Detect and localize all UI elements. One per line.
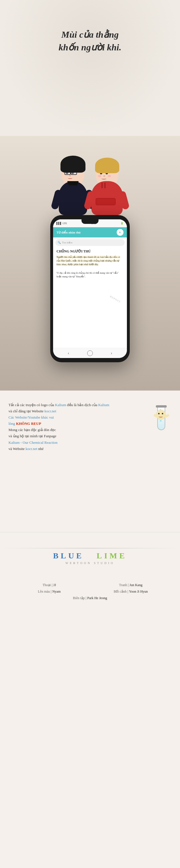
nav-forward-arrow[interactable]: › bbox=[111, 351, 112, 356]
top-section: Mùi của thằng khốn người khi. bbox=[0, 0, 180, 136]
fanpage-link: Kalium - Our Chemical Reaction bbox=[8, 440, 58, 444]
credit-bien-tap: Biên tập | Park He Jeong bbox=[11, 596, 169, 600]
mascot-area: KALIUM bbox=[149, 402, 172, 524]
illustration-section: ▌▌▌ LTE 2:13 🔋 Từ điển nhân thú K 🔍 Tìm … bbox=[0, 136, 180, 391]
info-text-block: Tất cả các truyện có logo của Kalium đều… bbox=[8, 402, 143, 524]
no-reup-text: lòng KHÔNG REUP bbox=[8, 422, 41, 426]
signal-text: ▌▌▌ LTE bbox=[56, 222, 67, 225]
info-section: Tất cả các truyện có logo của Kalium đều… bbox=[0, 391, 180, 532]
phone-paragraph1: Người thú chủ yếu được tạo thành từ các … bbox=[56, 255, 124, 266]
char-left-hair bbox=[60, 156, 85, 173]
mascot-left-eye bbox=[158, 413, 159, 414]
phone-base: ▌▌▌ LTE 2:13 🔋 Từ điển nhân thú K 🔍 Tìm … bbox=[50, 215, 130, 362]
nav-home-circle[interactable] bbox=[87, 350, 93, 356]
nav-back-arrow[interactable]: ‹ bbox=[68, 351, 69, 356]
mascot: KALIUM bbox=[150, 405, 170, 433]
credit-tranh: Tranh | Jun Kang bbox=[93, 583, 169, 587]
phone-bottom-nav: ‹ › bbox=[53, 348, 127, 358]
char-right-body bbox=[92, 181, 123, 215]
kalium-link-2: Kalium bbox=[98, 403, 109, 407]
mascot-mouth bbox=[159, 415, 163, 417]
char-right-hair bbox=[95, 158, 119, 173]
websites-text: Các Website/Youtube khác vui bbox=[8, 415, 54, 420]
phone-app-icon: K bbox=[117, 229, 124, 236]
watermark: REPOST bbox=[109, 295, 121, 303]
character-right bbox=[84, 158, 130, 215]
char-left-body bbox=[59, 181, 87, 215]
phone-paragraph2: Ví dụ, cả khi cùng là chủng chó thì có t… bbox=[56, 271, 124, 278]
characters-container bbox=[0, 142, 180, 215]
credit-thoai: Thoại | JJ bbox=[11, 583, 87, 587]
studio-logo: BLUE LIME bbox=[53, 551, 127, 560]
phone-content-heading: CHỦNG NGƯỜI THÚ bbox=[56, 249, 124, 254]
phone-search-bar[interactable]: 🔍 Tìm kiếm bbox=[55, 239, 125, 246]
phone-screen: ▌▌▌ LTE 2:13 🔋 Từ điển nhân thú K 🔍 Tìm … bbox=[53, 219, 127, 358]
phone-app-title: Từ điển nhân thú bbox=[56, 231, 81, 234]
phone-content: CHỦNG NGƯỜI THÚ Người thú chủ yếu được t… bbox=[53, 248, 127, 348]
mascot-right-eye bbox=[162, 413, 163, 414]
top-divider bbox=[0, 548, 180, 549]
search-icon: 🔍 bbox=[58, 241, 61, 244]
kocr-link-2: kocr.net bbox=[26, 446, 37, 451]
credit-boi-canh: Bối cảnh | Yoon Ji Hyun bbox=[93, 590, 169, 594]
search-placeholder: Tìm kiếm bbox=[62, 241, 72, 244]
studio-section: BLUE LIME WEBTOON STUDIO bbox=[0, 532, 180, 577]
phone-app-header: Từ điển nhân thú K bbox=[53, 227, 127, 238]
kocr-link-1: kocr.net bbox=[45, 409, 56, 413]
mascot-face bbox=[156, 410, 166, 420]
credits-section: Thoại | JJ Tranh | Jun Kang Lên màu | Ny… bbox=[0, 577, 180, 612]
credit-len-mau: Lên màu | Nyam bbox=[11, 590, 87, 594]
phone-notch bbox=[81, 219, 99, 224]
studio-subtitle: WEBTOON STUDIO bbox=[66, 561, 115, 565]
kalium-link-1: Kalium bbox=[55, 403, 66, 407]
mascot-cap bbox=[156, 405, 166, 407]
main-title: Mùi của thằng khốn người khi. bbox=[59, 28, 122, 54]
phone-mockup: ▌▌▌ LTE 2:13 🔋 Từ điển nhân thú K 🔍 Tìm … bbox=[50, 215, 130, 362]
battery-text: 🔋 bbox=[120, 222, 124, 225]
